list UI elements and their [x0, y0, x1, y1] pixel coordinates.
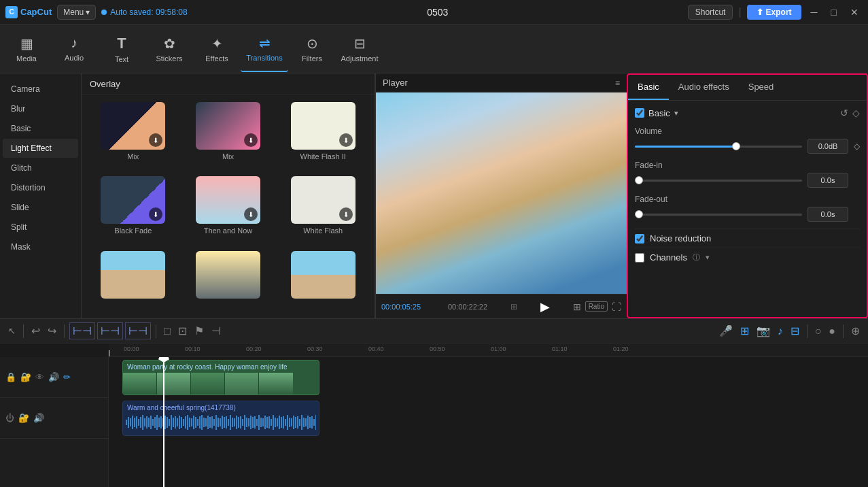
ratio-button[interactable]: Ratio: [585, 301, 608, 312]
sidebar-item-camera[interactable]: Camera: [3, 80, 78, 99]
toolbar-item-effects[interactable]: ✦ Effects: [193, 26, 241, 72]
track-edit-icon[interactable]: ✏: [63, 372, 71, 382]
fadeout-slider[interactable]: [635, 214, 802, 216]
sidebar-item-split[interactable]: Split: [3, 218, 78, 237]
sidebar-item-slide[interactable]: Slide: [3, 198, 78, 217]
play-button[interactable]: ▶: [540, 299, 550, 314]
reset-icon[interactable]: ↺: [840, 107, 848, 118]
subtitle-track-button[interactable]: ⊟: [788, 323, 802, 339]
split-button-1[interactable]: ⊢⊣: [69, 322, 95, 339]
zoom-fit-button[interactable]: ⊕: [848, 323, 863, 339]
video-track-button[interactable]: ⊞: [737, 323, 752, 339]
diamond-reset-icon[interactable]: ◇: [852, 107, 860, 118]
effects-label: Effects: [205, 54, 228, 63]
mic-button[interactable]: 🎤: [716, 323, 735, 339]
download-icon[interactable]: ⬇: [149, 207, 162, 221]
sidebar-item-light-effect[interactable]: Light Effect: [3, 139, 78, 158]
redo-button[interactable]: ↪: [45, 323, 59, 339]
tab-speed[interactable]: Speed: [739, 75, 784, 100]
fadein-value-input[interactable]: [808, 173, 848, 188]
transition-item-mix1[interactable]: ⬇ Mix: [88, 102, 178, 171]
expand-icon[interactable]: ⛶: [612, 301, 621, 312]
svg-rect-46: [220, 418, 221, 426]
channels-expand-icon[interactable]: ▾: [706, 253, 710, 262]
toolbar-item-audio[interactable]: ♪ Audio: [50, 26, 98, 72]
player-menu-icon[interactable]: ≡: [615, 78, 620, 88]
fullscreen-icon[interactable]: ⊞: [573, 301, 581, 312]
transition-item-9[interactable]: [278, 251, 368, 312]
toolbar-item-transitions[interactable]: ⇌ Transitions: [241, 26, 288, 72]
download-icon[interactable]: ⬇: [244, 207, 258, 221]
download-icon[interactable]: ⬇: [339, 207, 353, 221]
audio-track-power-icon[interactable]: ⏻: [5, 413, 14, 423]
fadein-thumb[interactable]: [635, 176, 643, 184]
track-visible-icon[interactable]: 👁: [35, 372, 44, 382]
volume-keyframe-icon[interactable]: ◇: [854, 141, 860, 151]
volume-value-input[interactable]: [808, 139, 848, 154]
toolbar-item-media[interactable]: ▦ Media: [3, 26, 50, 72]
svg-rect-37: [201, 415, 203, 430]
transition-item-7[interactable]: [88, 251, 178, 312]
svg-rect-69: [266, 417, 268, 428]
volume-thumb[interactable]: [732, 142, 740, 150]
close-button[interactable]: ✕: [846, 5, 863, 19]
fadein-slider[interactable]: [635, 180, 802, 182]
fadeout-value-input[interactable]: [808, 207, 848, 222]
fadein-control: Fade-in ◇: [635, 161, 860, 188]
transition-item-whiteflash[interactable]: ⬇ White Flash: [278, 176, 368, 245]
svg-rect-56: [240, 416, 241, 429]
track-volume-icon[interactable]: 🔊: [48, 372, 59, 382]
camera-track-button[interactable]: 📷: [754, 323, 773, 339]
tab-basic[interactable]: Basic: [628, 75, 669, 100]
audio-track-button[interactable]: ♪: [775, 324, 786, 339]
transition-item-thennow[interactable]: ⬇ Then and Now: [184, 176, 273, 245]
transition-thumb-9: [291, 251, 355, 299]
audio-clip[interactable]: Warm and cheerful spring(1417738): [122, 401, 319, 436]
audio-track-volume-icon[interactable]: 🔊: [33, 413, 44, 423]
tab-audio-effects[interactable]: Audio effects: [669, 75, 739, 100]
download-icon[interactable]: ⬇: [339, 133, 353, 147]
sidebar-item-mask[interactable]: Mask: [3, 237, 78, 256]
minimize-button[interactable]: ─: [807, 5, 822, 19]
toolbar-item-stickers[interactable]: ✿ Stickers: [145, 26, 193, 72]
circle-button[interactable]: ○: [812, 324, 824, 339]
fadeout-thumb[interactable]: [635, 210, 643, 218]
split-button-2[interactable]: ⊢⊣: [97, 322, 123, 339]
menu-button[interactable]: Menu ▾: [57, 5, 96, 20]
basic-checkbox[interactable]: [635, 108, 644, 118]
undo-button[interactable]: ↩: [29, 323, 43, 339]
transition-item-mix2[interactable]: ⬇ Mix: [184, 102, 273, 171]
export-button[interactable]: ⬆ Export: [747, 5, 801, 20]
transition-item-whiteflash2[interactable]: ⬇ White Flash II: [278, 102, 368, 171]
toolbar-item-text[interactable]: T Text: [98, 26, 145, 72]
mark-button[interactable]: ⊣: [209, 323, 224, 339]
sidebar-item-distortion[interactable]: Distortion: [3, 178, 78, 197]
download-icon[interactable]: ⬇: [244, 133, 258, 147]
track-lock-icon[interactable]: 🔒: [5, 372, 16, 382]
channels-checkbox[interactable]: [635, 253, 644, 263]
channels-info-icon[interactable]: ⓘ: [693, 252, 700, 263]
track-lock2-icon[interactable]: 🔐: [20, 372, 31, 382]
align-button[interactable]: ⊡: [175, 323, 190, 339]
split-button-3[interactable]: ⊢⊣: [125, 322, 151, 339]
toolbar-item-adjustment[interactable]: ⊟ Adjustment: [336, 26, 383, 72]
svg-rect-29: [185, 416, 186, 429]
bullet-button[interactable]: ●: [826, 324, 838, 339]
download-icon[interactable]: ⬇: [149, 133, 162, 147]
video-clip[interactable]: Woman party at rocky coast. Happy woman …: [122, 360, 319, 395]
select-tool-button[interactable]: ↖: [5, 324, 18, 337]
flag-button[interactable]: ⚑: [192, 323, 207, 339]
noise-reduction-checkbox[interactable]: [635, 234, 644, 244]
audio-track-lock-icon[interactable]: 🔐: [18, 413, 29, 423]
volume-slider[interactable]: [635, 146, 802, 148]
shortcut-button[interactable]: Shortcut: [688, 5, 733, 20]
sidebar-item-basic[interactable]: Basic: [3, 119, 78, 138]
toolbar-item-filters[interactable]: ⊙ Filters: [288, 26, 336, 72]
audio-track-controls: ⏻ 🔐 🔊: [0, 398, 108, 439]
maximize-button[interactable]: □: [827, 5, 841, 19]
sidebar-item-glitch[interactable]: Glitch: [3, 158, 78, 178]
transition-item-8[interactable]: [184, 251, 273, 312]
crop-button[interactable]: □: [161, 324, 173, 339]
transition-item-blackfade[interactable]: ⬇ Black Fade: [88, 176, 178, 245]
sidebar-item-blur[interactable]: Blur: [3, 99, 78, 118]
